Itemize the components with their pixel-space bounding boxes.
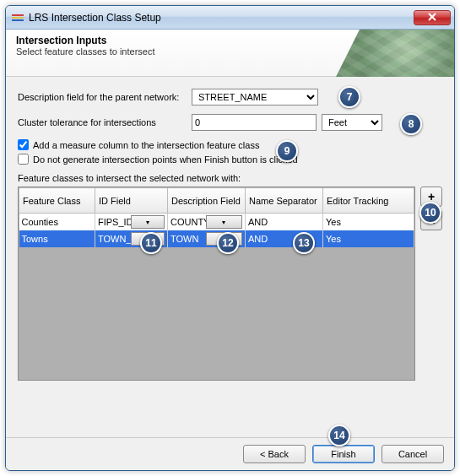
button-bar: 14 < Back Finish Cancel	[6, 437, 454, 470]
description-field-combo[interactable]: STREET_NAME	[192, 89, 318, 105]
x-icon: ✕	[426, 214, 436, 227]
add-measure-label: Add a measure column to the intersection…	[33, 140, 259, 150]
cluster-tolerance-input[interactable]	[192, 114, 317, 131]
cancel-button[interactable]: Cancel	[382, 445, 444, 463]
close-icon	[428, 13, 436, 23]
cell-feature-class[interactable]: Counties	[19, 214, 95, 231]
cell-description-field[interactable]: TOWN▾	[168, 230, 246, 247]
dialog-body: Description field for the parent network…	[6, 77, 454, 437]
col-feature-class[interactable]: Feature Class	[19, 188, 95, 214]
cell-name-separator[interactable]: AND	[246, 214, 323, 231]
finish-button[interactable]: Finish	[312, 445, 375, 463]
description-field-label: Description field for the parent network…	[18, 92, 187, 102]
cell-editor-tracking[interactable]: Yes	[323, 230, 414, 247]
cell-editor-tracking[interactable]: Yes	[323, 214, 414, 231]
col-name-separator[interactable]: Name Separator	[246, 188, 323, 214]
plus-icon: +	[428, 190, 435, 203]
table-row[interactable]: Towns TOWN_ID▾ TOWN▾ AND Yes	[19, 230, 414, 247]
remove-row-button[interactable]: ✕	[420, 210, 442, 230]
feature-class-grid[interactable]: Feature Class ID Field Description Field…	[18, 187, 415, 381]
svg-rect-0	[12, 14, 24, 16]
tolerance-units-combo[interactable]: Feet	[322, 114, 382, 131]
dialog-window: LRS Intersection Class Setup Intersectio…	[5, 5, 455, 471]
chevron-down-icon[interactable]: ▾	[131, 215, 165, 229]
chevron-down-icon[interactable]: ▾	[206, 232, 243, 246]
table-row[interactable]: Counties FIPS_ID▾ COUNTY▾ AND Yes	[19, 214, 414, 231]
cell-feature-class[interactable]: Towns	[19, 230, 95, 247]
add-measure-checkbox[interactable]	[18, 139, 29, 150]
cell-name-separator[interactable]: AND	[246, 230, 323, 247]
back-button[interactable]: < Back	[243, 445, 306, 463]
no-generate-label: Do not generate intersection points when…	[33, 154, 298, 165]
chevron-down-icon[interactable]: ▾	[206, 215, 243, 229]
grid-label: Feature classes to intersect the selecte…	[18, 173, 442, 183]
title-bar[interactable]: LRS Intersection Class Setup	[6, 6, 454, 30]
grid-empty-area	[19, 247, 414, 380]
close-button[interactable]	[414, 10, 451, 25]
col-id-field[interactable]: ID Field	[95, 188, 168, 214]
svg-rect-1	[12, 17, 24, 19]
app-icon	[11, 11, 24, 24]
col-editor-tracking[interactable]: Editor Tracking	[323, 188, 414, 214]
svg-rect-2	[12, 19, 24, 21]
cluster-tolerance-label: Cluster tolerance for intersections	[18, 117, 187, 127]
cell-id-field[interactable]: TOWN_ID▾	[95, 230, 168, 247]
window-title: LRS Intersection Class Setup	[29, 12, 414, 24]
cell-id-field[interactable]: FIPS_ID▾	[95, 214, 168, 231]
grid-header-row: Feature Class ID Field Description Field…	[19, 188, 414, 214]
wizard-header: Intersection Inputs Select feature class…	[6, 30, 454, 77]
chevron-down-icon[interactable]: ▾	[131, 232, 165, 246]
cell-description-field[interactable]: COUNTY▾	[168, 214, 246, 231]
col-description-field[interactable]: Description Field	[168, 188, 246, 214]
no-generate-checkbox[interactable]	[18, 154, 29, 165]
add-row-button[interactable]: +	[420, 187, 442, 207]
